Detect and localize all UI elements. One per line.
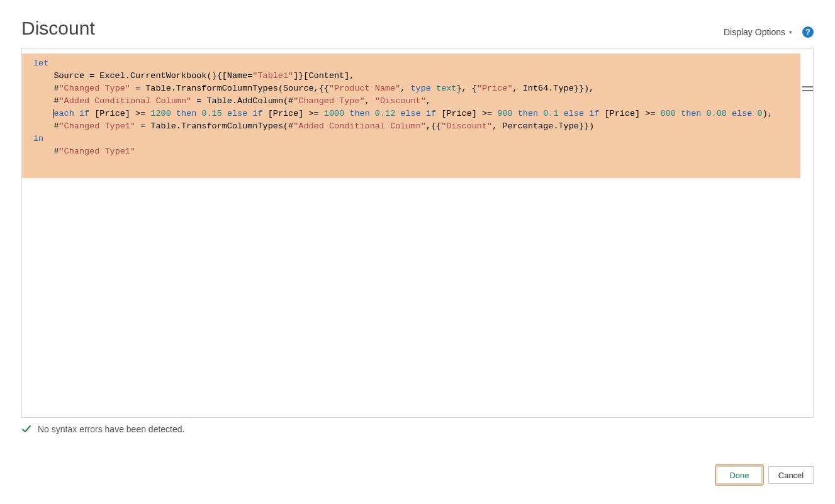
cancel-button[interactable]: Cancel: [768, 466, 814, 484]
code-token: [Price] >=: [263, 109, 324, 118]
code-token: "Changed Type1": [59, 147, 136, 156]
code-token: [370, 109, 375, 118]
code-token: [Price] >=: [436, 109, 497, 118]
code-token: = Table.AddColumn(#: [191, 96, 293, 106]
code-token: "Discount": [441, 121, 492, 131]
code-token: [584, 109, 589, 118]
code-token: [Price] >=: [599, 109, 660, 118]
code-token: 0.1: [543, 109, 558, 118]
code-token: [421, 109, 426, 118]
code-token: if: [79, 109, 89, 118]
code-token: , Int64.Type}}),: [513, 84, 595, 93]
code-token: [559, 109, 564, 118]
page-title: Discount: [21, 18, 95, 39]
code-token: else: [732, 109, 752, 118]
code-token: 0.08: [707, 109, 727, 118]
code-token: "Price": [477, 84, 513, 93]
chevron-down-icon: ▾: [789, 29, 792, 35]
code-token: #: [33, 147, 59, 156]
code-token: 0.15: [201, 109, 221, 118]
code-token: = Table.TransformColumnTypes(#: [135, 121, 293, 131]
code-token: #: [33, 121, 59, 131]
code-token: if: [426, 109, 436, 118]
code-token: [74, 109, 79, 118]
code-token: then: [681, 109, 701, 118]
code-token: 1200: [150, 109, 171, 118]
check-icon: [21, 424, 31, 434]
display-options-dropdown[interactable]: Display Options ▾: [724, 27, 792, 37]
code-token: ,: [365, 96, 375, 106]
code-token: [Price] >=: [89, 109, 150, 118]
display-options-label: Display Options: [724, 27, 785, 37]
code-token: ,: [426, 96, 431, 106]
code-token: "Changed Type1": [59, 121, 136, 131]
code-token: "Changed Type": [59, 84, 130, 93]
code-token: #: [33, 96, 59, 106]
code-token: [171, 109, 176, 118]
code-token: 0: [758, 109, 763, 118]
code-token: [33, 109, 53, 118]
code-token: [431, 84, 436, 93]
code-token: if: [252, 109, 262, 118]
code-token: type: [411, 84, 431, 93]
code-token: 0.12: [375, 109, 395, 118]
code-token: #: [33, 84, 59, 93]
code-token: , Percentage.Type}}): [492, 121, 594, 131]
code-token: else: [227, 109, 247, 118]
code-token: else: [400, 109, 420, 118]
done-button[interactable]: Done: [717, 466, 762, 484]
code-token: Source = Excel.CurrentWorkbook(){[Name=: [33, 71, 252, 81]
code-token: [752, 109, 757, 118]
code-token: "Changed Type": [293, 96, 364, 106]
code-token: ,{{: [426, 121, 441, 131]
code-token: ,: [400, 84, 410, 93]
code-token: "Added Conditional Column": [293, 121, 426, 131]
help-icon[interactable]: ?: [802, 26, 814, 38]
code-token: 900: [497, 109, 512, 118]
code-token: [676, 109, 681, 118]
code-token: 1000: [324, 109, 344, 118]
code-token: 800: [661, 109, 676, 118]
code-token: in: [33, 134, 43, 143]
code-token: then: [518, 109, 538, 118]
code-token: "Product Name": [329, 84, 400, 93]
code-editor[interactable]: let Source = Excel.CurrentWorkbook(){[Na…: [21, 48, 814, 418]
code-token: text: [436, 84, 456, 93]
status-text: No syntax errors have been detected.: [38, 424, 184, 434]
code-token: "Table1": [252, 71, 293, 81]
code-token: each: [53, 109, 74, 118]
code-token: "Added Conditional Column": [59, 96, 192, 106]
code-token: ]}[Content],: [293, 71, 354, 81]
code-token: ),: [763, 109, 773, 118]
code-token: if: [589, 109, 599, 118]
code-token: then: [349, 109, 369, 118]
code-token: [513, 109, 518, 118]
code-token: [701, 109, 706, 118]
code-token: let: [33, 59, 48, 68]
code-token: "Discount": [375, 96, 426, 106]
code-token: [222, 109, 227, 118]
code-token: = Table.TransformColumnTypes(Source,{{: [130, 84, 329, 93]
code-token: then: [176, 109, 196, 118]
code-token: }, {: [456, 84, 476, 93]
code-token: [727, 109, 732, 118]
code-token: else: [564, 109, 584, 118]
